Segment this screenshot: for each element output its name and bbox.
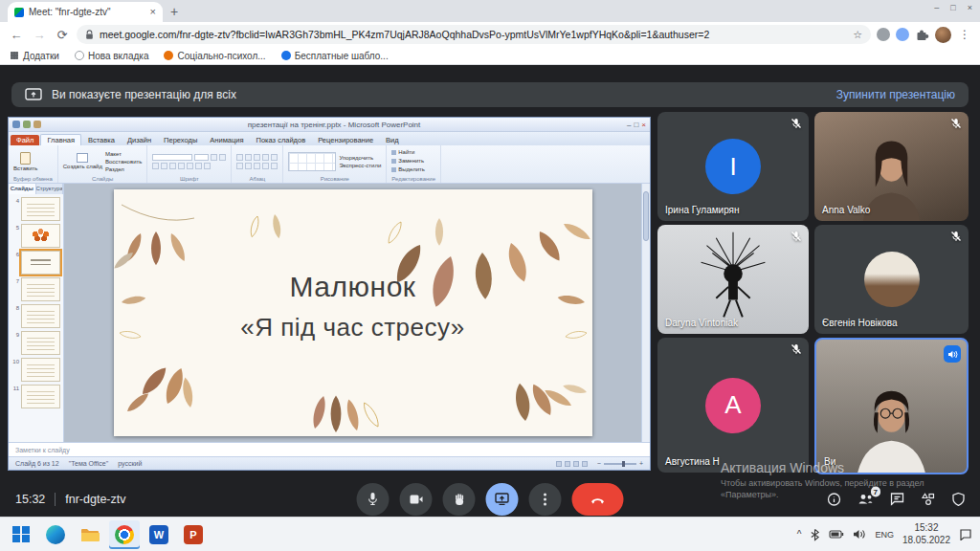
ppt-tab-view[interactable]: Вид — [380, 135, 405, 145]
close-icon[interactable]: × — [968, 3, 972, 12]
italic-icon[interactable] — [161, 163, 167, 169]
taskbar-file-explorer[interactable] — [75, 520, 105, 549]
bookmark-apps[interactable]: Додатки — [10, 51, 59, 61]
ppt-tab-insert[interactable]: Вставка — [82, 135, 121, 145]
raise-hand-button[interactable] — [443, 483, 476, 516]
ppt-scrollbar[interactable] — [641, 184, 650, 442]
start-button[interactable] — [6, 520, 36, 549]
ppt-maximize-icon[interactable]: □ — [634, 121, 638, 129]
view-buttons[interactable] — [556, 461, 588, 467]
bookmark-item[interactable]: Нова вкладка — [75, 51, 149, 61]
tray-expand-icon[interactable]: ^ — [797, 529, 802, 540]
notes-pane[interactable]: Заметки к слайду — [9, 442, 650, 456]
taskbar-powerpoint[interactable]: P — [178, 520, 209, 549]
extension-icon[interactable] — [877, 28, 890, 41]
participant-tile[interactable]: Anna Valko — [814, 112, 969, 221]
replace-button[interactable]: Заменить — [391, 157, 425, 165]
ppt-minimize-icon[interactable]: – — [627, 121, 631, 129]
align-left-icon[interactable] — [236, 163, 243, 169]
align-center-icon[interactable] — [245, 163, 252, 169]
taskbar-edge[interactable] — [40, 520, 71, 549]
reset-button[interactable]: Восстановить — [105, 158, 142, 165]
indent-icon[interactable] — [254, 154, 260, 161]
taskbar-clock[interactable]: 15:32 18.05.2022 — [902, 522, 950, 546]
bold-icon[interactable] — [152, 163, 159, 169]
browser-menu-icon[interactable]: ⋮ — [957, 28, 972, 41]
underline-icon[interactable] — [169, 163, 176, 169]
select-button[interactable]: Выделить — [391, 165, 425, 174]
activities-icon[interactable] — [921, 493, 936, 506]
profile-avatar[interactable] — [935, 27, 951, 43]
columns-icon[interactable] — [271, 163, 278, 169]
reload-button[interactable]: ⟳ — [54, 28, 71, 42]
strike-icon[interactable] — [187, 163, 193, 169]
back-button[interactable]: ← — [8, 28, 25, 42]
language-switcher[interactable]: ENG — [875, 530, 894, 540]
slide-thumbnail[interactable]: 5 — [11, 224, 60, 248]
direction-icon[interactable] — [271, 154, 278, 161]
save-icon[interactable] — [12, 121, 20, 128]
chat-icon[interactable] — [890, 493, 904, 506]
arrange-button[interactable]: Упорядочить — [339, 154, 381, 162]
minimize-icon[interactable]: – — [934, 3, 939, 12]
forward-button[interactable]: → — [31, 28, 48, 42]
taskbar-chrome[interactable] — [109, 520, 140, 549]
section-button[interactable]: Раздел — [105, 165, 142, 173]
stop-presenting-button[interactable]: Зупинити презентацію — [836, 88, 955, 101]
mic-button[interactable] — [357, 483, 390, 516]
ppt-tab-file[interactable]: Файл — [11, 135, 39, 145]
volume-icon[interactable] — [853, 528, 866, 540]
participant-tile[interactable]: А Августина Н — [657, 338, 809, 473]
new-slide-button[interactable]: Создать слайд — [63, 153, 102, 169]
shapes-gallery[interactable] — [288, 152, 336, 171]
ppt-tab-slideshow[interactable]: Показ слайдов — [251, 135, 312, 145]
address-bar[interactable]: meet.google.com/fnr-dgte-ztv?fbclid=IwAR… — [77, 25, 871, 44]
self-view-tile[interactable]: Ви — [814, 338, 969, 474]
align-right-icon[interactable] — [254, 163, 260, 169]
justify-icon[interactable] — [262, 163, 269, 169]
browser-tab[interactable]: Meet: "fnr-dgte-ztv" × — [8, 2, 163, 22]
ppt-tab-transitions[interactable]: Переходы — [158, 135, 203, 145]
slide-thumbnail[interactable]: 8 — [11, 304, 60, 328]
bullets-icon[interactable] — [236, 154, 243, 161]
find-button[interactable]: Найти — [391, 148, 425, 157]
font-size-box[interactable] — [194, 154, 209, 161]
ppt-titlebar[interactable]: презентації на тренінг.pptx - Microsoft … — [9, 118, 650, 132]
taskbar-word[interactable]: W — [144, 520, 174, 549]
slide-thumbnail[interactable]: 7 — [11, 277, 60, 301]
font-name-box[interactable] — [152, 154, 192, 161]
new-tab-button[interactable]: + — [170, 4, 178, 19]
repeat-icon[interactable] — [33, 121, 41, 128]
participant-tile[interactable]: І Ірина Гуламирян — [657, 112, 809, 221]
slide-thumbnail[interactable]: 10 — [11, 358, 60, 382]
quick-styles-button[interactable]: Экспресс-стили — [339, 162, 381, 169]
zoom-slider[interactable]: −+ — [597, 460, 643, 467]
spacing-icon[interactable] — [195, 163, 202, 169]
ppt-tab-animations[interactable]: Анимация — [204, 135, 249, 145]
line-spacing-icon[interactable] — [262, 154, 269, 161]
participants-icon[interactable]: 7 — [858, 493, 874, 506]
slide-thumbnail-current[interactable]: 6 — [11, 251, 60, 275]
present-button[interactable] — [486, 483, 519, 516]
undo-icon[interactable] — [23, 121, 31, 128]
scrollbar-thumb[interactable] — [643, 191, 649, 241]
slides-tab[interactable]: Слайды — [9, 184, 36, 194]
leave-call-button[interactable] — [572, 483, 624, 516]
extension-icon[interactable] — [896, 28, 909, 41]
extensions-puzzle-icon[interactable] — [915, 28, 929, 42]
ppt-close-icon[interactable]: × — [641, 121, 646, 129]
participant-tile[interactable]: Daryna Vintoniak — [657, 225, 809, 334]
slide-thumbnail[interactable]: 11 — [11, 385, 60, 408]
participant-tile[interactable]: Євгенія Новікова — [814, 225, 969, 334]
layout-button[interactable]: Макет — [105, 150, 142, 158]
bookmark-item[interactable]: Соціально-психол... — [164, 51, 265, 61]
meeting-details-icon[interactable] — [827, 492, 841, 506]
numbering-icon[interactable] — [245, 154, 252, 161]
outline-tab[interactable]: Структура — [36, 184, 64, 194]
ppt-tab-review[interactable]: Рецензирование — [312, 135, 379, 145]
bookmark-item[interactable]: Бесплатные шабло... — [281, 51, 389, 61]
ppt-tab-home[interactable]: Главная — [40, 134, 81, 145]
maximize-icon[interactable]: □ — [950, 3, 955, 12]
slide-thumbnail[interactable]: 4 — [11, 197, 60, 221]
battery-icon[interactable] — [829, 528, 844, 540]
